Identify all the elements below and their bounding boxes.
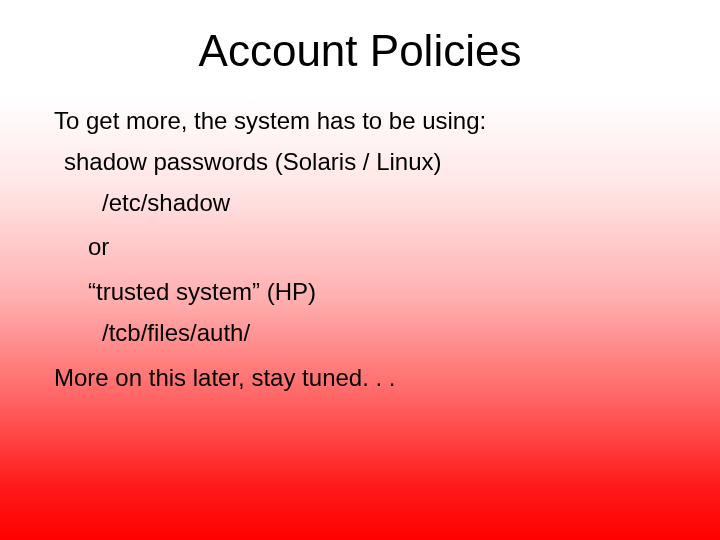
text-line: /tcb/files/auth/ (54, 316, 680, 351)
text-line: shadow passwords (Solaris / Linux) (54, 145, 680, 180)
slide: Account Policies To get more, the system… (0, 0, 720, 540)
text-line: /etc/shadow (54, 186, 680, 221)
text-line: “trusted system” (HP) (54, 275, 680, 310)
text-line: or (54, 230, 680, 265)
slide-body: To get more, the system has to be using:… (0, 104, 720, 396)
text-line: More on this later, stay tuned. . . (54, 361, 680, 396)
text-line: To get more, the system has to be using: (54, 104, 680, 139)
slide-title: Account Policies (0, 0, 720, 104)
